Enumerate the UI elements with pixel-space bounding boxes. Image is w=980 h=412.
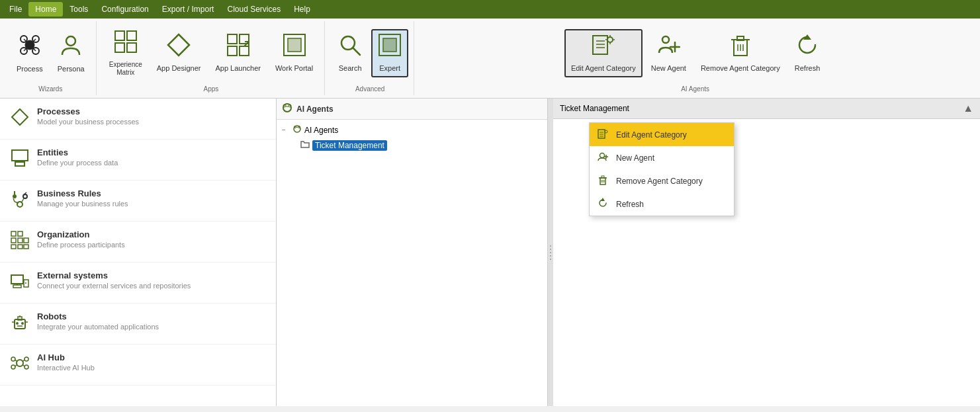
tree-node-root-label: AI Agents bbox=[304, 126, 338, 135]
ribbon-group-advanced: Search Expert Advanced bbox=[326, 21, 414, 95]
robots-desc: Integrate your automated applications bbox=[37, 323, 159, 331]
svg-rect-77 bbox=[18, 317, 22, 320]
panel-header-text: Ticket Management bbox=[560, 104, 963, 113]
menu-tools[interactable]: Tools bbox=[63, 2, 95, 17]
tree-node-ticket-management[interactable]: + Ticket Management bbox=[279, 138, 545, 153]
ai-hub-desc: Interactive AI Hub bbox=[37, 364, 95, 372]
menu-help[interactable]: Help bbox=[287, 2, 317, 17]
ribbon-btn-search[interactable]: Search bbox=[332, 30, 369, 76]
ai-hub-icon bbox=[11, 354, 29, 377]
experience-matrix-label: ExperienceMatrix bbox=[109, 61, 142, 77]
sort-icon[interactable]: ▲ bbox=[963, 103, 973, 114]
ctx-edit-agent-category[interactable]: Edit Agent Category bbox=[590, 123, 734, 146]
tree-header-icon bbox=[282, 103, 292, 115]
svg-rect-68 bbox=[11, 275, 23, 284]
ctx-remove-label: Remove Agent Category bbox=[616, 177, 703, 186]
app-launcher-icon bbox=[226, 33, 250, 62]
work-portal-icon bbox=[283, 33, 306, 62]
ribbon-btn-process[interactable]: Process bbox=[11, 29, 49, 77]
entities-desc: Define your process data bbox=[37, 159, 118, 167]
svg-marker-49 bbox=[12, 109, 28, 125]
svg-rect-30 bbox=[593, 36, 607, 54]
ai-hub-title: AI Hub bbox=[37, 352, 95, 362]
ctx-edit-label: Edit Agent Category bbox=[616, 130, 687, 140]
tree-content: − AI Agents + bbox=[277, 120, 547, 406]
svg-rect-69 bbox=[13, 285, 21, 288]
ribbon-group-ai-agents: Edit Agent Category New Agent bbox=[416, 21, 975, 95]
new-agent-label: New Agent bbox=[651, 64, 686, 73]
processes-icon bbox=[11, 108, 29, 131]
ribbon-btn-refresh[interactable]: Refresh bbox=[789, 30, 826, 76]
svg-point-74 bbox=[16, 322, 19, 325]
svg-line-8 bbox=[33, 48, 36, 51]
processes-desc: Model your business processes bbox=[37, 118, 139, 126]
ribbon-btn-persona[interactable]: Persona bbox=[52, 29, 91, 77]
external-systems-icon bbox=[11, 272, 29, 295]
svg-line-6 bbox=[24, 48, 26, 51]
svg-line-56 bbox=[13, 198, 15, 202]
persona-icon bbox=[58, 32, 83, 62]
external-systems-title: External systems bbox=[37, 270, 191, 280]
svg-line-88 bbox=[15, 364, 17, 366]
tree-node-root[interactable]: − AI Agents bbox=[279, 122, 545, 138]
sidebar-item-organization[interactable]: Organization Define process participants bbox=[0, 222, 276, 263]
ctx-refresh-icon bbox=[598, 198, 611, 210]
menu-configuration[interactable]: Configuration bbox=[95, 2, 155, 17]
ribbon-items-advanced: Search Expert bbox=[332, 24, 408, 83]
ribbon-btn-app-designer[interactable]: App Designer bbox=[151, 30, 207, 76]
svg-rect-63 bbox=[18, 238, 22, 243]
ribbon-btn-experience-matrix[interactable]: ExperienceMatrix bbox=[103, 26, 148, 80]
sidebar-item-external-systems[interactable]: External systems Connect your external s… bbox=[0, 263, 276, 304]
ribbon-btn-remove-agent-category[interactable]: Remove Agent Category bbox=[695, 30, 786, 76]
svg-point-4 bbox=[25, 40, 34, 50]
svg-rect-10 bbox=[115, 31, 124, 40]
vertical-splitter[interactable] bbox=[548, 99, 553, 406]
ribbon-btn-edit-agent-category[interactable]: Edit Agent Category bbox=[564, 29, 643, 77]
svg-rect-44 bbox=[737, 36, 744, 40]
svg-rect-62 bbox=[11, 238, 16, 243]
ribbon-btn-new-agent[interactable]: New Agent bbox=[645, 30, 692, 76]
svg-point-85 bbox=[24, 365, 28, 369]
sidebar-item-entities[interactable]: Entities Define your process data bbox=[0, 140, 276, 181]
entities-icon bbox=[11, 149, 29, 172]
experience-matrix-icon bbox=[114, 30, 138, 58]
menu-export-import[interactable]: Export / Import bbox=[156, 2, 221, 17]
organization-title: Organization bbox=[37, 229, 125, 239]
ctx-refresh[interactable]: Refresh bbox=[590, 192, 734, 216]
app-launcher-label: App Launcher bbox=[215, 64, 261, 73]
sidebar-item-robots[interactable]: Robots Integrate your automated applicat… bbox=[0, 304, 276, 345]
main-layout: Processes Model your business processes … bbox=[0, 99, 980, 406]
ribbon-items-apps: ExperienceMatrix App Designer bbox=[103, 24, 319, 83]
svg-rect-17 bbox=[228, 46, 237, 56]
svg-point-94 bbox=[294, 126, 300, 132]
ribbon-group-apps: ExperienceMatrix App Designer bbox=[98, 21, 325, 95]
svg-rect-67 bbox=[24, 245, 28, 249]
ctx-remove-agent-category[interactable]: Remove Agent Category bbox=[590, 169, 734, 192]
svg-rect-61 bbox=[18, 231, 22, 236]
svg-rect-50 bbox=[12, 150, 28, 161]
menu-cloud-services[interactable]: Cloud Services bbox=[220, 2, 287, 17]
ribbon-btn-work-portal[interactable]: Work Portal bbox=[269, 30, 319, 76]
sidebar-item-processes[interactable]: Processes Model your business processes bbox=[0, 99, 276, 140]
ribbon-btn-expert[interactable]: Expert bbox=[371, 29, 408, 77]
panel-header: Ticket Management ▲ bbox=[553, 99, 980, 119]
ribbon: Process Persona Wizards bbox=[0, 19, 980, 99]
ctx-refresh-label: Refresh bbox=[616, 200, 644, 209]
sidebar-item-business-rules[interactable]: Business Rules Manage your business rule… bbox=[0, 181, 276, 222]
ribbon-btn-app-launcher[interactable]: App Launcher bbox=[209, 30, 267, 76]
svg-point-90 bbox=[283, 104, 291, 112]
sidebar-item-ai-hub[interactable]: AI Hub Interactive AI Hub bbox=[0, 345, 276, 386]
ribbon-items-wizards: Process Persona bbox=[11, 24, 91, 83]
tree-expand-icon: − bbox=[282, 126, 291, 134]
process-label: Process bbox=[17, 65, 43, 73]
menu-file[interactable]: File bbox=[3, 2, 28, 17]
svg-line-59 bbox=[21, 198, 24, 203]
work-portal-label: Work Portal bbox=[275, 64, 313, 73]
app-designer-icon bbox=[167, 33, 191, 62]
ribbon-content: Process Persona Wizards bbox=[0, 19, 980, 98]
ribbon-group-wizards: Process Persona Wizards bbox=[5, 21, 97, 95]
menu-home[interactable]: Home bbox=[28, 2, 63, 17]
remove-agent-category-icon bbox=[729, 33, 752, 62]
svg-point-54 bbox=[13, 194, 17, 198]
ctx-new-agent[interactable]: New Agent bbox=[590, 146, 734, 169]
